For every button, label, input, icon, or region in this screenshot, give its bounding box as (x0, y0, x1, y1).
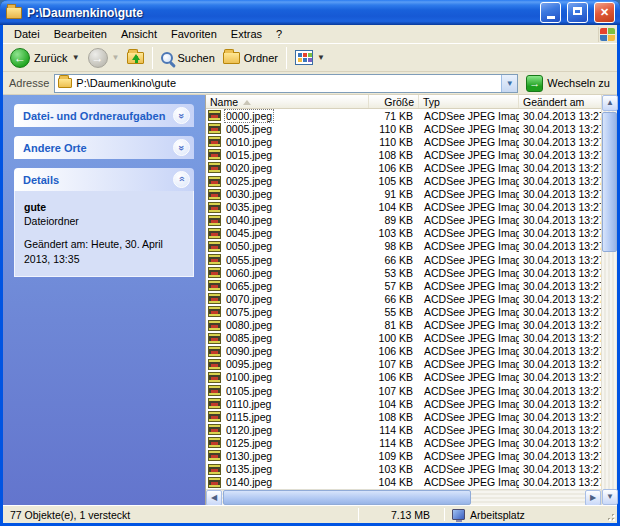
file-name[interactable]: 0020.jpeg (224, 162, 274, 174)
file-name[interactable]: 0070.jpeg (224, 293, 274, 305)
table-row[interactable]: 0055.jpeg66 KBACDSee JPEG Image30.04.201… (206, 253, 601, 266)
file-name[interactable]: 0110.jpeg (224, 398, 273, 410)
address-input[interactable]: P:\Daumenkino\gute ▼ (54, 74, 518, 93)
file-name[interactable]: 0085.jpeg (224, 332, 274, 344)
file-name[interactable]: 0100.jpeg (224, 371, 274, 383)
table-row[interactable]: 0020.jpeg106 KBACDSee JPEG Image30.04.20… (206, 161, 601, 174)
scroll-left-icon[interactable]: ◀ (206, 490, 222, 506)
file-name[interactable]: 0140.jpeg (224, 476, 274, 488)
horizontal-scrollbar-thumb[interactable] (223, 490, 471, 505)
resize-grip[interactable] (604, 510, 616, 522)
chevron-up-icon[interactable]: » (173, 171, 190, 188)
menu-item-datei[interactable]: Datei (7, 26, 47, 42)
file-name[interactable]: 0040.jpeg (224, 214, 274, 226)
folders-button[interactable]: Ordner (220, 50, 281, 66)
file-name[interactable]: 0030.jpeg (224, 188, 274, 200)
table-row[interactable]: 0045.jpeg103 KBACDSee JPEG Image30.04.20… (206, 227, 601, 240)
table-row[interactable]: 0090.jpeg106 KBACDSee JPEG Image30.04.20… (206, 345, 601, 358)
views-dropdown-icon[interactable]: ▼ (317, 53, 325, 62)
details-header[interactable]: Details » (14, 168, 194, 191)
file-name[interactable]: 0075.jpeg (224, 306, 274, 318)
file-name[interactable]: 0010.jpeg (224, 136, 274, 148)
table-row[interactable]: 0125.jpeg114 KBACDSee JPEG Image30.04.20… (206, 436, 601, 449)
table-row[interactable]: 0100.jpeg106 KBACDSee JPEG Image30.04.20… (206, 371, 601, 384)
window-titlebar[interactable]: P:\Daumenkino\gute ✕ (0, 0, 620, 25)
up-button[interactable] (124, 50, 147, 66)
file-name[interactable]: 0080.jpeg (224, 319, 274, 331)
scroll-up-icon[interactable]: ▲ (602, 95, 618, 111)
chevron-down-icon[interactable]: » (173, 139, 190, 156)
file-name[interactable]: 0055.jpeg (224, 254, 274, 266)
column-header-gr-e[interactable]: Größe (369, 95, 419, 108)
file-list: NameGrößeTypGeändert am 0000.jpeg71 KBAC… (205, 95, 617, 505)
scroll-right-icon[interactable]: ▶ (585, 490, 601, 506)
table-row[interactable]: 0060.jpeg53 KBACDSee JPEG Image30.04.201… (206, 266, 601, 279)
file-name[interactable]: 0050.jpeg (224, 240, 274, 252)
other-places-header[interactable]: Andere Orte » (14, 136, 194, 159)
table-row[interactable]: 0005.jpeg110 KBACDSee JPEG Image30.04.20… (206, 122, 601, 135)
vertical-scrollbar-thumb[interactable] (602, 112, 617, 252)
table-row[interactable]: 0105.jpeg107 KBACDSee JPEG Image30.04.20… (206, 384, 601, 397)
file-name[interactable]: 0045.jpeg (224, 227, 274, 239)
menu-item-ansicht[interactable]: Ansicht (114, 26, 164, 42)
file-name[interactable]: 0005.jpeg (224, 123, 274, 135)
menu-item-bearbeiten[interactable]: Bearbeiten (47, 26, 114, 42)
table-row[interactable]: 0070.jpeg66 KBACDSee JPEG Image30.04.201… (206, 292, 601, 305)
table-row[interactable]: 0130.jpeg109 KBACDSee JPEG Image30.04.20… (206, 449, 601, 462)
menu-item-extras[interactable]: Extras (224, 26, 269, 42)
table-row[interactable]: 0135.jpeg103 KBACDSee JPEG Image30.04.20… (206, 463, 601, 476)
address-dropdown-icon[interactable]: ▼ (501, 75, 517, 92)
table-row[interactable]: 0110.jpeg104 KBACDSee JPEG Image30.04.20… (206, 397, 601, 410)
column-header-name[interactable]: Name (206, 95, 369, 108)
file-name[interactable]: 0065.jpeg (224, 280, 274, 292)
table-row[interactable]: 0000.jpeg71 KBACDSee JPEG Image30.04.201… (206, 109, 601, 122)
column-header-typ[interactable]: Typ (419, 95, 519, 108)
scroll-down-icon[interactable]: ▼ (602, 489, 618, 505)
table-row[interactable]: 0010.jpeg110 KBACDSee JPEG Image30.04.20… (206, 135, 601, 148)
table-row[interactable]: 0065.jpeg57 KBACDSee JPEG Image30.04.201… (206, 279, 601, 292)
file-name[interactable]: 0120.jpeg (224, 424, 274, 436)
table-row[interactable]: 0015.jpeg108 KBACDSee JPEG Image30.04.20… (206, 148, 601, 161)
chevron-down-icon[interactable]: » (173, 107, 190, 124)
table-row[interactable]: 0115.jpeg108 KBACDSee JPEG Image30.04.20… (206, 410, 601, 423)
table-row[interactable]: 0040.jpeg89 KBACDSee JPEG Image30.04.201… (206, 214, 601, 227)
file-tasks-header[interactable]: Datei- und Ordneraufgaben » (14, 104, 194, 127)
file-name[interactable]: 0090.jpeg (224, 345, 274, 357)
menu-item-[interactable]: ? (269, 26, 289, 42)
table-row[interactable]: 0035.jpeg104 KBACDSee JPEG Image30.04.20… (206, 201, 601, 214)
file-name[interactable]: 0115.jpeg (224, 411, 273, 423)
table-row[interactable]: 0075.jpeg55 KBACDSee JPEG Image30.04.201… (206, 305, 601, 318)
table-row[interactable]: 0025.jpeg105 KBACDSee JPEG Image30.04.20… (206, 174, 601, 187)
file-name[interactable]: 0035.jpeg (224, 201, 274, 213)
forward-button[interactable]: → ▼ (85, 46, 123, 70)
close-button[interactable]: ✕ (594, 2, 615, 23)
minimize-button[interactable] (540, 2, 561, 23)
maximize-button[interactable] (567, 2, 588, 23)
column-header-ge-ndert-am[interactable]: Geändert am (519, 95, 601, 108)
file-name[interactable]: 0095.jpeg (224, 358, 274, 370)
views-button[interactable]: ▼ (292, 48, 328, 67)
file-name[interactable]: 0125.jpeg (224, 437, 274, 449)
file-name[interactable]: 0000.jpeg (224, 109, 274, 123)
file-name[interactable]: 0015.jpeg (224, 149, 274, 161)
file-name[interactable]: 0105.jpeg (224, 385, 274, 397)
table-row[interactable]: 0140.jpeg104 KBACDSee JPEG Image30.04.20… (206, 476, 601, 489)
go-button[interactable]: → Wechseln zu (523, 75, 613, 92)
file-name[interactable]: 0060.jpeg (224, 267, 274, 279)
vertical-scrollbar[interactable]: ▲ ▼ (601, 95, 617, 505)
address-value[interactable]: P:\Daumenkino\gute (76, 77, 497, 89)
table-row[interactable]: 0095.jpeg107 KBACDSee JPEG Image30.04.20… (206, 358, 601, 371)
horizontal-scrollbar[interactable]: ◀ ▶ (206, 489, 601, 505)
table-row[interactable]: 0120.jpeg114 KBACDSee JPEG Image30.04.20… (206, 423, 601, 436)
file-name[interactable]: 0135.jpeg (224, 463, 274, 475)
file-name[interactable]: 0025.jpeg (224, 175, 274, 187)
table-row[interactable]: 0030.jpeg91 KBACDSee JPEG Image30.04.201… (206, 188, 601, 201)
table-row[interactable]: 0080.jpeg81 KBACDSee JPEG Image30.04.201… (206, 319, 601, 332)
back-dropdown-icon[interactable]: ▼ (72, 53, 80, 62)
table-row[interactable]: 0050.jpeg98 KBACDSee JPEG Image30.04.201… (206, 240, 601, 253)
file-name[interactable]: 0130.jpeg (224, 450, 274, 462)
search-button[interactable]: Suchen (158, 50, 217, 66)
table-row[interactable]: 0085.jpeg100 KBACDSee JPEG Image30.04.20… (206, 332, 601, 345)
menu-item-favoriten[interactable]: Favoriten (164, 26, 224, 42)
back-button[interactable]: ← Zurück ▼ (7, 46, 83, 70)
